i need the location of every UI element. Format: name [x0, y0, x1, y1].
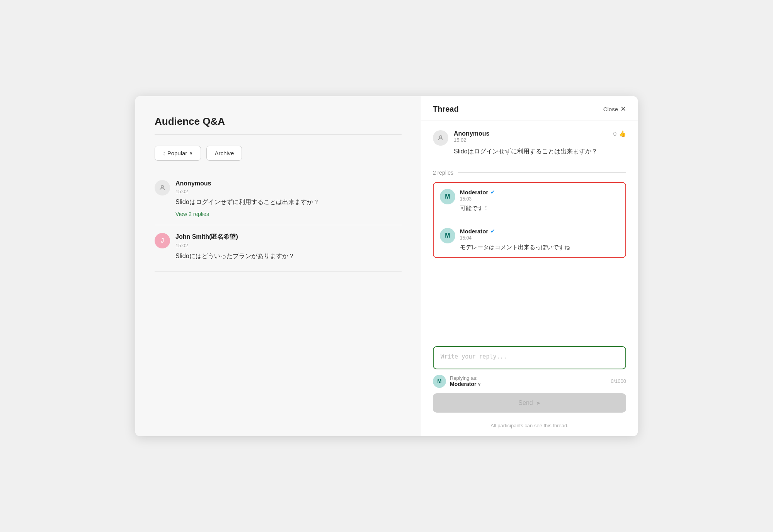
thread-q-time: 15:02 [454, 137, 489, 143]
thread-q-votes: 0 👍 [613, 130, 626, 137]
divider [155, 134, 402, 135]
reply-input-area: M Replying as: Moderator ∨ 0/1000 Send ➤ [421, 346, 638, 419]
avatar-anon-thread [433, 130, 448, 146]
replying-as-label: Replying as: [450, 375, 481, 381]
reply-author-row-1: Moderator ✔ [460, 189, 619, 195]
archive-label: Archive [215, 150, 234, 156]
reply-author-2: Moderator [460, 228, 488, 235]
thread-body: Anonymous 15:02 0 👍 Slidoはログインせずに利用することは… [421, 121, 638, 346]
thread-footer-note: All participants can see this thread. [421, 419, 638, 436]
archive-filter-button[interactable]: Archive [206, 146, 242, 161]
send-button[interactable]: Send ➤ [433, 393, 626, 413]
question-body-2: John Smith(匿名希望) 15:02 Slidoにはどういったプランがあ… [175, 233, 295, 263]
replying-as-name[interactable]: Moderator ∨ [450, 381, 481, 387]
send-icon: ➤ [536, 400, 541, 406]
thread-q-meta: Anonymous 15:02 [454, 130, 489, 143]
reply-divider [440, 220, 619, 220]
reply-body-1: Moderator ✔ 15:03 可能です！ [460, 189, 619, 212]
svg-point-1 [439, 136, 442, 138]
reply-input[interactable] [433, 346, 626, 369]
close-x-icon: ✕ [620, 105, 626, 113]
avatar-letter-2: J [161, 237, 164, 244]
question-text-2: Slidoにはどういったプランがありますか？ [175, 252, 295, 260]
panel-title: Audience Q&A [155, 116, 402, 127]
thread-q-text: Slidoはログインせずに利用することは出来ますか？ [454, 148, 626, 156]
thread-original-question: Anonymous 15:02 0 👍 Slidoはログインせずに利用することは… [433, 130, 626, 163]
avatar-mod-1: M [440, 189, 455, 204]
reply-item-1: M Moderator ✔ 15:03 可能です！ [440, 189, 619, 212]
reply-text-2: モデレータはコメント出来るっぽいですね [460, 244, 619, 251]
reply-time-1: 15:03 [460, 196, 619, 202]
mod-avatar-letter-1: M [445, 193, 450, 200]
close-label: Close [603, 106, 618, 112]
question-author-1: Anonymous [175, 180, 319, 187]
chevron-down-icon: ∨ [189, 150, 193, 156]
avatar-mod-2: M [440, 228, 455, 243]
popular-label: ↕ Popular [163, 150, 187, 156]
reply-meta-row: M Replying as: Moderator ∨ 0/1000 [433, 375, 626, 388]
close-button[interactable]: Close ✕ [603, 105, 626, 113]
reply-item-2: M Moderator ✔ 15:04 モデレータはコメント出来るっぽいですね [440, 228, 619, 251]
chevron-down-icon: ∨ [478, 382, 481, 387]
replies-box: M Moderator ✔ 15:03 可能です！ M [433, 182, 626, 258]
thumbs-up-icon[interactable]: 👍 [619, 130, 626, 137]
question-author-2: John Smith(匿名希望) [175, 233, 295, 241]
reply-time-2: 15:04 [460, 235, 619, 241]
question-body-1: Anonymous 15:02 Slidoはログインせずに利用することは出来ます… [175, 180, 319, 217]
thread-q-info: Anonymous 15:02 0 👍 Slidoはログインせずに利用することは… [454, 130, 626, 156]
popular-filter-button[interactable]: ↕ Popular ∨ [155, 146, 201, 161]
mod-avatar-letter-2: M [445, 232, 450, 239]
reply-author-row-2: Moderator ✔ [460, 228, 619, 235]
right-panel: Thread Close ✕ Anonymous [421, 96, 638, 436]
thread-q-header: Anonymous 15:02 0 👍 [454, 130, 626, 143]
replies-label: 2 replies [433, 170, 626, 176]
verified-icon-2: ✔ [490, 228, 495, 234]
svg-point-0 [161, 185, 163, 188]
view-replies-1[interactable]: View 2 replies [175, 211, 319, 217]
reply-as-info: M Replying as: Moderator ∨ [433, 375, 481, 388]
thread-title: Thread [433, 105, 459, 114]
thread-q-author: Anonymous [454, 130, 489, 137]
question-item-2: J John Smith(匿名希望) 15:02 Slidoにはどういったプラン… [155, 225, 402, 272]
left-panel: Audience Q&A ↕ Popular ∨ Archive Anonymo… [135, 96, 421, 436]
avatar-j-2: J [155, 233, 170, 248]
reply-as-avatar: M [433, 375, 446, 388]
reply-body-2: Moderator ✔ 15:04 モデレータはコメント出来るっぽいですね [460, 228, 619, 251]
question-time-1: 15:02 [175, 189, 319, 194]
reply-text-1: 可能です！ [460, 205, 619, 212]
char-count: 0/1000 [611, 378, 626, 384]
question-time-2: 15:02 [175, 243, 295, 248]
reply-as-details: Replying as: Moderator ∨ [450, 375, 481, 387]
question-item-1: Anonymous 15:02 Slidoはログインせずに利用することは出来ます… [155, 172, 402, 225]
thread-header: Thread Close ✕ [421, 96, 638, 121]
verified-icon-1: ✔ [490, 189, 495, 195]
filters-row: ↕ Popular ∨ Archive [155, 146, 402, 161]
votes-count: 0 [613, 130, 616, 137]
send-button-label: Send [518, 399, 533, 406]
question-text-1: Slidoはログインせずに利用することは出来ますか？ [175, 198, 319, 206]
reply-author-1: Moderator [460, 189, 488, 195]
replies-count-label: 2 replies [433, 170, 453, 176]
avatar-anon-1 [155, 180, 170, 195]
